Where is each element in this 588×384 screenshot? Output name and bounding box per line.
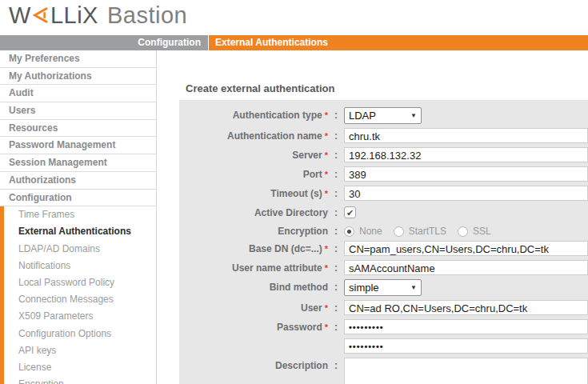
label-separator: : [328, 147, 344, 161]
field-label-user-name-attribute: User name attribute* [179, 260, 328, 274]
form-row-authentication-name: Authentication name*:chru.tk [179, 128, 588, 143]
field-label-text: Password [277, 322, 322, 333]
field-label-base-dn-dc: Base DN (dc=...)* [179, 241, 328, 254]
label-separator: : [328, 300, 344, 314]
radio-label: SSL [473, 226, 491, 237]
page-title: Create external authentication [186, 82, 588, 94]
logo-product-name: Bastion [107, 2, 187, 29]
left-angle-a-icon [33, 3, 49, 30]
sidebar-subitem-configuration-options[interactable]: Configuration Options [4, 326, 156, 342]
active-directory-checkbox[interactable]: ✔ [344, 206, 356, 218]
sidebar-item-authorizations[interactable]: Authorizations [0, 172, 156, 190]
encryption-radio-none[interactable]: None [344, 226, 382, 237]
sidebar-item-configuration[interactable]: Configuration [0, 190, 156, 207]
tab-external-authentications[interactable]: External Authentications [209, 35, 588, 50]
sidebar-subitem-x509-parameters[interactable]: X509 Parameters [4, 308, 156, 325]
sidebar-item-session-management[interactable]: Session Management [0, 154, 156, 172]
sidebar-item-my-preferences[interactable]: My Preferences [0, 50, 156, 68]
password-confirm-input[interactable]: ••••••••• [344, 338, 588, 354]
form-row-user-name-attribute: User name attribute*:sAMAccountName [179, 260, 588, 275]
field-label-text: Base DN (dc=...) [249, 243, 322, 254]
tab-configuration[interactable]: Configuration [0, 35, 209, 50]
sidebar-subitem-license[interactable]: License [4, 359, 156, 376]
field-label-text: Authentication type [233, 110, 322, 121]
field-label-bind-method: Bind method [179, 279, 328, 293]
sidebar-subitem-ldap-ad-domains[interactable]: LDAP/AD Domains [4, 241, 156, 258]
field-port: 389 [344, 166, 588, 182]
user-input[interactable]: CN=ad RO,CN=Users,DC=chru,DC=tk [344, 300, 588, 315]
encryption-radio-ssl[interactable]: SSL [458, 226, 491, 237]
sidebar-item-audit[interactable]: Audit [0, 85, 156, 102]
field-label-timeout-s: Timeout (s)* [179, 186, 328, 199]
label-separator: : [328, 128, 344, 142]
radio-label: None [359, 226, 382, 237]
form-row-base-dn-dc: Base DN (dc=...)*:CN=pam_users,CN=Users,… [179, 241, 588, 256]
main-content: Create external authentication Authentic… [157, 50, 588, 384]
field-description [344, 358, 588, 384]
field-authentication-type: LDAP▼ [344, 107, 588, 124]
field-label-text: Description [275, 360, 328, 371]
field-label-text: User [301, 302, 322, 314]
server-input[interactable]: 192.168.132.32 [344, 147, 588, 162]
chevron-down-icon: ▼ [410, 284, 417, 291]
label-separator: : [328, 279, 344, 293]
label-separator: : [328, 186, 344, 199]
base-dn-dc-input[interactable]: CN=pam_users,CN=Users,DC=chru,DC=tk [344, 241, 588, 256]
field-label-text: Port [303, 169, 322, 180]
authentication-name-input[interactable]: chru.tk [344, 128, 588, 143]
sidebar-item-my-authorizations[interactable]: My Authorizations [0, 68, 156, 86]
label-separator: : [328, 260, 344, 274]
password-input[interactable]: ••••••••• [344, 319, 588, 334]
radio-circle-icon [344, 226, 354, 237]
radio-circle-icon [458, 226, 468, 237]
field-label-text: Encryption [278, 226, 328, 237]
selected-value: LDAP [349, 110, 376, 122]
authentication-type-select[interactable]: LDAP▼ [344, 107, 422, 124]
wallix-bastion-logo: W LLiX Bastion [9, 2, 187, 29]
field-label-text: Active Directory [254, 207, 328, 218]
encryption-radio-starttls[interactable]: StartTLS [394, 226, 446, 237]
sidebar-subitem-encryption[interactable]: Encryption [4, 376, 156, 384]
timeout-s-input[interactable]: 30 [344, 186, 588, 201]
user-name-attribute-input[interactable]: sAMAccountName [344, 260, 588, 275]
logo-text-llix: LLiX [50, 2, 98, 29]
sidebar-nav: My PreferencesMy AuthorizationsAuditUser… [0, 50, 157, 384]
sidebar-subitem-connection-messages[interactable]: Connection Messages [4, 291, 156, 308]
sidebar-subitem-notifications[interactable]: Notifications [4, 258, 156, 274]
sidebar-subitem-time-frames[interactable]: Time Frames [4, 206, 156, 223]
chevron-down-icon: ▼ [410, 112, 417, 119]
form-row-port: Port*:389 [179, 166, 588, 182]
sidebar-item-users[interactable]: Users [0, 102, 156, 120]
field-server: 192.168.132.32 [344, 147, 588, 162]
bind-method-select[interactable]: simple▼ [344, 279, 422, 296]
field-label-text: Timeout (s) [270, 188, 322, 199]
form-row-encryption: Encryption:NoneStartTLSSSL [179, 223, 588, 237]
field-label-server: Server* [179, 147, 328, 161]
selected-value: simple [349, 282, 379, 294]
field-encryption: NoneStartTLSSSL [344, 223, 588, 237]
label-separator: : [328, 319, 344, 333]
label-separator: : [328, 223, 344, 237]
label-separator: : [328, 166, 344, 180]
sidebar-subitem-external-authentications[interactable]: External Authentications [4, 223, 156, 240]
label-separator: : [328, 205, 344, 218]
sidebar-item-password-management[interactable]: Password Management [0, 137, 156, 154]
field-label-text: Bind method [270, 282, 328, 293]
field-label-encryption: Encryption [179, 223, 328, 237]
label-separator: : [328, 107, 344, 121]
sidebar-item-resources[interactable]: Resources [0, 120, 156, 138]
field-base-dn-dc: CN=pam_users,CN=Users,DC=chru,DC=tk [344, 241, 588, 256]
label-separator: : [328, 358, 344, 371]
port-input[interactable]: 389 [344, 166, 588, 182]
form-row-authentication-type: Authentication type*:LDAP▼ [179, 107, 588, 124]
form-row-user: User*:CN=ad RO,CN=Users,DC=chru,DC=tk [179, 300, 588, 315]
sidebar-subitem-api-keys[interactable]: API keys [4, 342, 156, 359]
radio-label: StartTLS [409, 226, 446, 237]
sidebar-subitem-local-password-policy[interactable]: Local Password Policy [4, 274, 156, 291]
form-row-timeout-s: Timeout (s)*:30 [179, 186, 588, 201]
form-row-password: Password*:•••••••••••••••••• [179, 319, 588, 354]
description-textarea[interactable] [344, 358, 588, 384]
field-label-description: Description [179, 358, 328, 371]
field-label-password: Password* [179, 319, 328, 333]
field-user: CN=ad RO,CN=Users,DC=chru,DC=tk [344, 300, 588, 315]
